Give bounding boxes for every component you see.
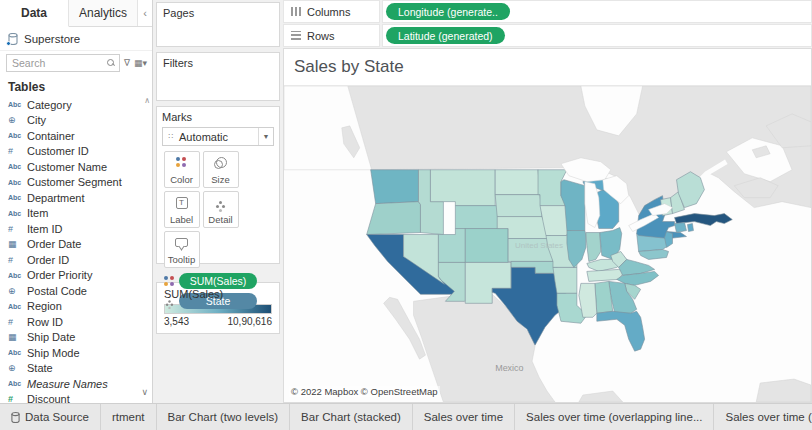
map-state-SD[interactable] <box>495 195 542 217</box>
chevron-down-icon[interactable]: ▼ <box>258 128 273 145</box>
datasource-icon <box>11 412 20 423</box>
field-label: Department <box>27 192 84 204</box>
rows-shelf-row: Rows Latitude (generated) <box>283 24 812 47</box>
pill-sum-sales[interactable]: SUM(Sales) <box>179 273 257 289</box>
sheet-tab[interactable]: Bar Chart (stacked) <box>290 404 413 430</box>
map-state-ND[interactable] <box>495 170 540 195</box>
pages-shelf[interactable]: Pages <box>156 2 280 47</box>
marks-buttons: Color Size T Label Detail Tooltip <box>162 149 274 269</box>
field-row[interactable]: AbcDepartment <box>0 190 152 206</box>
field-row[interactable]: AbcCustomer Segment <box>0 175 152 191</box>
tables-header: Tables <box>0 75 152 97</box>
map-state-OR[interactable] <box>367 202 421 235</box>
legend-range: 3,543 10,90,616 <box>164 316 272 327</box>
field-row[interactable]: AbcRegion <box>0 299 152 315</box>
field-label: Measure Names <box>27 378 108 390</box>
search-input[interactable]: Search <box>6 54 120 72</box>
sheet-tab[interactable]: Data Source <box>0 404 101 430</box>
field-row[interactable]: AbcCategory <box>0 97 152 113</box>
field-row[interactable]: ⊕State <box>0 361 152 377</box>
field-row[interactable]: ⊕City <box>0 113 152 129</box>
field-row[interactable]: #Item ID <box>0 221 152 237</box>
field-row[interactable]: AbcOrder Priority <box>0 268 152 284</box>
tab-analytics[interactable]: Analytics <box>69 0 138 26</box>
field-label: Region <box>27 300 62 312</box>
field-label: Order ID <box>27 254 69 266</box>
scroll-up-icon[interactable]: ∧ <box>144 96 150 105</box>
sheet-tab-label: Bar Chart (two levels) <box>168 411 279 423</box>
field-row[interactable]: AbcItem <box>0 206 152 222</box>
size-icon <box>214 157 227 169</box>
detail-button[interactable]: Detail <box>203 191 239 228</box>
field-label: Customer Name <box>27 161 107 173</box>
sheet-tab-label: Bar Chart (stacked) <box>301 411 401 423</box>
label-icon: T <box>176 197 188 209</box>
view-options-icon[interactable]: ▦▾ <box>134 59 147 68</box>
abc-field-icon: Abc <box>8 132 27 139</box>
sheet-tab[interactable]: Sales over time <box>413 404 515 430</box>
field-row[interactable]: AbcCustomer Name <box>0 159 152 175</box>
color-button[interactable]: Color <box>164 151 200 188</box>
field-row[interactable]: ▦Ship Date <box>0 330 152 346</box>
size-button[interactable]: Size <box>203 151 239 188</box>
data-panel-tabs: Data Analytics ‹ <box>0 0 152 27</box>
sheet-tab[interactable]: rtment <box>101 404 157 430</box>
field-label: State <box>27 362 53 374</box>
color-icon <box>164 276 175 287</box>
filters-shelf[interactable]: Filters <box>156 52 280 101</box>
collapse-pane-icon[interactable]: ‹ <box>138 0 152 26</box>
filter-fields-icon[interactable]: ∇ <box>124 59 130 68</box>
field-label: Container <box>27 130 75 142</box>
field-row[interactable]: #Customer ID <box>0 144 152 160</box>
sheet-tab[interactable]: Sales over time (multiple rows) <box>714 404 812 430</box>
field-row[interactable]: AbcContainer <box>0 128 152 144</box>
map-state-CO[interactable] <box>465 229 508 263</box>
map-attribution: © 2022 Mapbox © OpenStreetMap <box>289 386 440 397</box>
tooltip-button[interactable]: Tooltip <box>164 231 200 268</box>
rows-shelf-label: Rows <box>283 24 380 47</box>
tableau-window: Data Analytics ‹ Superstore Search ∇ ▦▾ … <box>0 0 812 430</box>
columns-shelf[interactable]: Longitude (generate.. <box>382 0 812 23</box>
field-label: Customer Segment <box>27 176 122 188</box>
scroll-down-icon[interactable]: ∨ <box>141 387 148 397</box>
geo-field-icon: ⊕ <box>8 363 27 373</box>
mexico-label: Mexico <box>495 363 523 373</box>
columns-icon <box>291 7 301 16</box>
map-state-WA[interactable] <box>371 170 419 204</box>
field-row[interactable]: ⊕Postal Code <box>0 283 152 299</box>
map-state-CT[interactable] <box>675 223 687 233</box>
field-row[interactable]: ▦Order Date <box>0 237 152 253</box>
search-icon <box>107 59 116 68</box>
field-label: Ship Date <box>27 331 75 343</box>
field-row[interactable]: AbcMeasure Names <box>0 376 152 392</box>
label-button[interactable]: T Label <box>164 191 200 228</box>
sheet-tab-label: Sales over time <box>424 411 503 423</box>
united-states-label: United States <box>515 241 563 250</box>
worksheet-area: Columns Longitude (generate.. Rows Latit… <box>283 0 812 403</box>
mark-type-dropdown[interactable]: ∷ Automatic ▼ <box>162 127 274 146</box>
cards-column: Pages Filters Marks ∷ Automatic ▼ Color … <box>153 0 283 403</box>
tab-data[interactable]: Data <box>0 0 69 27</box>
map-state-MT[interactable] <box>430 170 495 206</box>
abc-field-icon: Abc <box>8 163 27 170</box>
choropleth-map[interactable]: United States Mexico <box>284 86 811 402</box>
datasource-row[interactable]: Superstore <box>0 27 152 51</box>
map-state-RI[interactable] <box>687 224 693 232</box>
pill-longitude[interactable]: Longitude (generate.. <box>386 3 510 20</box>
field-row[interactable]: AbcShip Mode <box>0 345 152 361</box>
mark-type-value: Automatic <box>179 131 258 143</box>
pill-latitude[interactable]: Latitude (generated) <box>386 27 505 44</box>
map-state-AR[interactable] <box>553 267 577 293</box>
map-state-WY[interactable] <box>455 206 498 229</box>
rows-shelf[interactable]: Latitude (generated) <box>382 24 812 47</box>
columns-shelf-row: Columns Longitude (generate.. <box>283 0 812 23</box>
abc-field-icon: Abc <box>8 101 27 108</box>
sheet-tab-label: Sales over time (multiple rows) <box>725 411 812 423</box>
geo-field-icon: ⊕ <box>8 286 27 296</box>
rows-icon <box>291 31 301 40</box>
field-row[interactable]: #Order ID <box>0 252 152 268</box>
sheet-tab[interactable]: Bar Chart (two levels) <box>157 404 291 430</box>
map-view[interactable]: United States Mexico © 2022 Mapbox © Ope… <box>284 86 811 402</box>
field-row[interactable]: #Row ID <box>0 314 152 330</box>
sheet-tab[interactable]: Sales over time (overlapping line... <box>515 404 714 430</box>
